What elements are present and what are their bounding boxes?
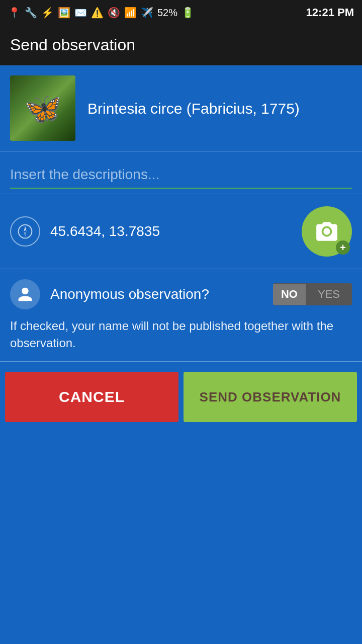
compass-icon: [10, 216, 40, 247]
user-icon: [10, 279, 40, 309]
location-left: 45.6434, 13.7835: [10, 216, 160, 247]
image-icon: 🖼️: [58, 7, 70, 19]
coordinates: 45.6434, 13.7835: [50, 223, 160, 239]
location-section: 45.6434, 13.7835 +: [0, 194, 362, 269]
wrench-icon: 🔧: [25, 7, 37, 19]
cancel-button[interactable]: CANCEL: [5, 372, 178, 422]
add-icon: +: [336, 240, 350, 255]
status-bar: 📍 🔧 ⚡ 🖼️ ✉️ ⚠️ 🔇 📶 ✈️ 52%🔋 12:21 PM: [0, 0, 362, 25]
airplane-icon: ✈️: [141, 7, 153, 19]
usb-icon: ⚡: [41, 7, 54, 19]
svg-marker-1: [24, 226, 26, 231]
mute-icon: 🔇: [108, 7, 120, 19]
page-title: Send observation: [10, 36, 135, 54]
battery-text: 52%: [157, 7, 177, 19]
anon-top: Anonymous observation? NO YES: [10, 279, 352, 309]
toggle-yes-label: YES: [306, 284, 352, 305]
anonymous-label: Anonymous observation?: [50, 286, 263, 302]
status-time: 12:21 PM: [306, 6, 354, 19]
svg-marker-2: [24, 231, 26, 237]
anonymous-section: Anonymous observation? NO YES If checked…: [0, 269, 362, 362]
species-name: Brintesia circe (Fabricius, 1775): [87, 99, 300, 118]
species-section: Brintesia circe (Fabricius, 1775): [0, 65, 362, 151]
app-header: Send observation: [0, 25, 362, 65]
description-input[interactable]: [10, 162, 352, 189]
species-image: [10, 75, 75, 141]
send-observation-button[interactable]: SEND OBSERVATION: [184, 372, 357, 422]
anonymous-description: If checked, your name will not be publis…: [10, 317, 352, 351]
description-section: [0, 151, 362, 194]
species-thumbnail: [10, 75, 75, 141]
buttons-section: CANCEL SEND OBSERVATION: [0, 362, 362, 432]
anonymous-toggle[interactable]: NO YES: [273, 283, 352, 305]
location-icon: 📍: [8, 7, 21, 19]
status-icons: 📍 🔧 ⚡ 🖼️ ✉️ ⚠️ 🔇 📶 ✈️ 52%🔋: [8, 7, 194, 19]
add-photo-button[interactable]: +: [302, 206, 352, 257]
toggle-no-label: NO: [273, 284, 306, 305]
wifi-icon: 📶: [124, 7, 137, 19]
main-content: Brintesia circe (Fabricius, 1775) 45.643…: [0, 65, 362, 432]
alert-icon: ⚠️: [91, 7, 104, 19]
email-icon: ✉️: [74, 7, 87, 19]
